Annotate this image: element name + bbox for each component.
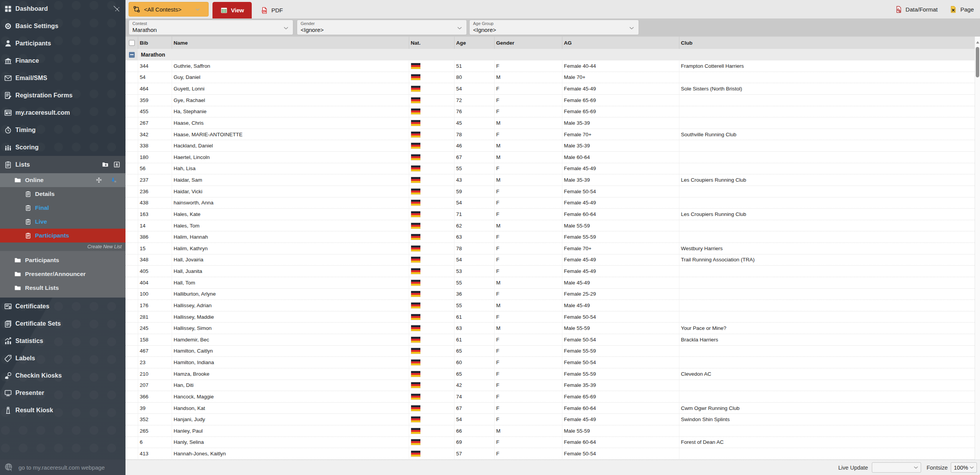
table-row[interactable]: 245Hallissey, Simon63MMale 55-59Your Pac…: [125, 323, 975, 334]
sidebar-item-checkin-kiosks[interactable]: Checkin Kiosks: [0, 367, 125, 384]
sidebar-item-basic-settings[interactable]: Basic Settings: [0, 17, 125, 35]
sidebar-item-presenter[interactable]: Presenter: [0, 384, 125, 401]
collapse-group-icon[interactable]: [129, 52, 135, 58]
page-button[interactable]: Page: [949, 5, 974, 13]
table-row[interactable]: 210Hamza, Brooke65FFemale 55-59Clevedon …: [125, 368, 975, 380]
live-update-dropdown[interactable]: [872, 462, 921, 473]
table-row[interactable]: 413Hannah-Jones, Kaitlyn57FFemale 50-54: [125, 448, 975, 460]
table-row[interactable]: 342Haase, MARIE-ANTOINETTE78FFemale 70+S…: [125, 129, 975, 140]
gender-filter-dropdown[interactable]: Gender <Ignore>: [297, 20, 467, 35]
header-cell-age[interactable]: Age: [454, 37, 494, 49]
header-cell-bib[interactable]: Bib: [138, 37, 172, 49]
header-cell-name[interactable]: Name: [172, 37, 409, 49]
cell-age: 61: [454, 311, 494, 323]
table-row[interactable]: 352Hanjani, Judy54FFemale 45-49Swindon S…: [125, 414, 975, 425]
list-item-participants[interactable]: Participants: [0, 229, 125, 243]
sidebar-item-lists[interactable]: Lists: [0, 156, 125, 173]
sidebar-item-email-sms[interactable]: Email/SMS: [0, 69, 125, 87]
sidebar-item-certificate-sets[interactable]: Certificate Sets: [0, 315, 125, 332]
table-row[interactable]: 338Hackland, Daniel46MMale 35-39: [125, 140, 975, 152]
cell-ag: Female 25-29: [562, 289, 679, 300]
chevron-down-icon: [628, 25, 635, 32]
list-item-live[interactable]: Live: [0, 215, 125, 229]
sidebar-folder-presenter-announcer[interactable]: Presenter/Announcer: [0, 267, 125, 281]
table-row[interactable]: 6Hanly, Selina69FFemale 60-64Forest of D…: [125, 437, 975, 448]
sidebar-footer-link[interactable]: go to my.raceresult.com webpage: [0, 460, 125, 475]
sidebar-item-result-kiosk[interactable]: Result Kiosk: [0, 401, 125, 419]
cell-gender: F: [494, 266, 562, 277]
table-row[interactable]: 15Halim, Kathryn78FFemale 70+Westbury Ha…: [125, 243, 975, 254]
age-group-filter-dropdown[interactable]: Age Group <Ignore>: [469, 20, 639, 35]
cell-nat: [409, 323, 454, 334]
sidebar-item-registration-forms[interactable]: Registration Forms: [0, 87, 125, 104]
tab-pdf[interactable]: PDF PDF: [254, 2, 289, 18]
header-cell-gender[interactable]: Gender: [494, 37, 562, 49]
header-cell-club[interactable]: Club: [679, 37, 975, 49]
list-item-final[interactable]: Final: [0, 201, 125, 215]
table-row[interactable]: 176Hallissey, Adrian55MMale 45-49: [125, 300, 975, 311]
download-arrow-icon[interactable]: [110, 177, 117, 184]
table-row[interactable]: 14Hales, Tom62MMale 55-59: [125, 220, 975, 232]
data-format-button[interactable]: Data/Format: [895, 5, 938, 13]
table-row[interactable]: 237Haidar, Sam43MMale 35-39Les Croupiers…: [125, 174, 975, 186]
table-row[interactable]: 464Guyett, Lonni54FFemale 45-49Sole Sist…: [125, 83, 975, 95]
table-row[interactable]: 54Guy, Daniel80MMale 70+: [125, 72, 975, 84]
sidebar-item-timing[interactable]: Timing: [0, 121, 125, 139]
table-row[interactable]: 23Hamilton, Indiana60FFemale 50-54: [125, 357, 975, 368]
tab-view[interactable]: View: [212, 2, 252, 18]
sidebar-folder-participants[interactable]: Participants: [0, 253, 125, 267]
cell-club: [679, 448, 975, 459]
table-row[interactable]: 404Hall, Tom55MMale 45-49: [125, 277, 975, 289]
create-new-list-link[interactable]: Create New List: [0, 243, 125, 251]
fontsize-dropdown[interactable]: 100%: [951, 462, 977, 473]
table-row[interactable]: 100Halliburton, Arlyne36FFemale 25-29: [125, 289, 975, 300]
table-row[interactable]: 386Halim, Hannah63FFemale 55-59: [125, 231, 975, 243]
table-row[interactable]: 281Hallissey, Maddie61FFemale 50-54: [125, 311, 975, 323]
table-row[interactable]: 366Hancock, Maggie74FFemale 65-69: [125, 391, 975, 403]
sidebar-folder-online[interactable]: Online: [0, 173, 125, 187]
table-row[interactable]: 359Gye, Rachael72FFemale 65-69: [125, 95, 975, 106]
sidebar-item-statistics[interactable]: Statistics: [0, 332, 125, 350]
scrollbar-up-arrow-icon[interactable]: [975, 40, 980, 45]
certificate-sets-icon: [4, 319, 12, 328]
table-row[interactable]: 236Haidar, Vicki59FFemale 50-54: [125, 186, 975, 197]
sidebar-folder-result-lists[interactable]: Result Lists: [0, 281, 125, 295]
table-row[interactable]: 265Hanley, Paul66MMale 55-59: [125, 425, 975, 437]
cell-name: Hamdemir, Bec: [172, 334, 409, 345]
rename-icon[interactable]: [95, 177, 102, 184]
list-item-details[interactable]: Details: [0, 187, 125, 201]
sidebar-item-participants[interactable]: Participants: [0, 35, 125, 52]
cell-ag: Male 70+: [562, 72, 679, 83]
table-row[interactable]: 158Hamdemir, Bec61FFemale 50-54Brackla H…: [125, 334, 975, 346]
select-all-checkbox[interactable]: [129, 40, 135, 46]
table-row[interactable]: 163Hales, Kate71FFemale 60-64Les Croupie…: [125, 209, 975, 220]
pin-off-icon[interactable]: [112, 5, 120, 13]
table-row[interactable]: 180Haertel, Lincoln67MMale 60-64: [125, 152, 975, 163]
sidebar-item-labels[interactable]: Labels: [0, 350, 125, 367]
table-row[interactable]: 438hainsworth, Anna54FFemale 45-49: [125, 197, 975, 209]
table-row[interactable]: 455Ha, Stephanie76FFemale 65-69: [125, 106, 975, 118]
table-row[interactable]: 467Hamilton, Caitlyn65FFemale 55-59: [125, 346, 975, 357]
table-row[interactable]: 56Hah, Lisa55FFemale 45-49: [125, 163, 975, 175]
contest-filter-dropdown[interactable]: Contest Marathon: [129, 20, 293, 35]
table-row[interactable]: 39Handson, Kat67FFemale 60-64Cwm Ogwr Ru…: [125, 403, 975, 414]
sidebar-item-my-raceresult-com[interactable]: my.raceresult.com: [0, 104, 125, 121]
sidebar-item-dashboard[interactable]: Dashboard: [0, 0, 125, 17]
folder-plus-icon[interactable]: [102, 161, 109, 168]
contest-selector-button[interactable]: <All Contests>: [129, 2, 209, 17]
status-bar: Live Update Fontsize 100%: [125, 460, 980, 475]
table-row[interactable]: 405Hall, Juanita53FFemale 45-49: [125, 266, 975, 277]
sidebar-item-certificates[interactable]: Certificates: [0, 298, 125, 315]
header-cell-nat[interactable]: Nat.: [409, 37, 454, 49]
sidebar-item-scoring[interactable]: Scoring: [0, 139, 125, 156]
table-row[interactable]: 348Hall, Jovairia54FFemale 45-49Trail Ru…: [125, 254, 975, 266]
import-icon[interactable]: [113, 161, 120, 168]
header-cell-ag[interactable]: AG: [562, 37, 679, 49]
table-row[interactable]: 207Han, Diti42FFemale 35-39: [125, 380, 975, 391]
cell-name: Hallissey, Simon: [172, 323, 409, 334]
sidebar-item-finance[interactable]: Finance: [0, 52, 125, 69]
sidebar-item-label: Lists: [15, 161, 30, 168]
table-row[interactable]: 267Haase, Chris45MMale 35-39: [125, 117, 975, 129]
scrollbar-thumb[interactable]: [976, 47, 979, 77]
table-row[interactable]: 344Guthrie, Saffron51FFemale 40-44Frampt…: [125, 60, 975, 72]
